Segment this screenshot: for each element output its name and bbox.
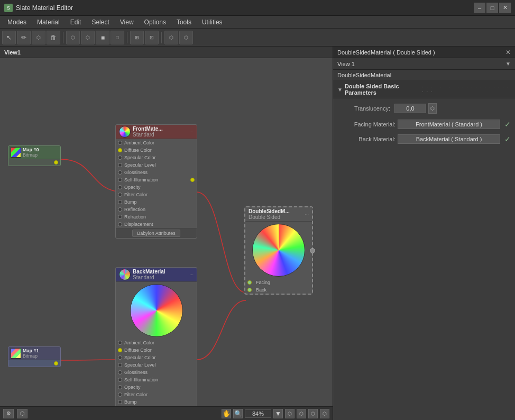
front-ambient-in <box>118 141 122 145</box>
back-material-label: Back Material: <box>337 136 396 142</box>
tool-select[interactable]: ↖ <box>2 31 16 44</box>
map1-title: Map #1 <box>23 348 39 353</box>
front-material-menu[interactable]: ··· <box>189 129 194 134</box>
panel-title: DoubleSidedMaterial ( Double Sided ) <box>337 49 435 56</box>
app-icon: S <box>4 4 13 12</box>
title-bar-left: S Slate Material Editor <box>4 4 73 12</box>
map1-output <box>8 360 60 367</box>
back-glossiness-socket: Glossiness <box>116 369 197 376</box>
back-specular-in <box>118 355 122 360</box>
menu-options[interactable]: Options <box>139 17 171 27</box>
section-header[interactable]: ▼ Double Sided Basic Parameters · · · · … <box>333 81 515 98</box>
panel-body: Translucency: 0,0 ⬡ Facing Material: Fro… <box>333 98 515 152</box>
front-bump-socket: Bump <box>116 198 197 206</box>
back-filter-socket: Filter Color <box>116 391 197 398</box>
tool-b6[interactable]: ⊡ <box>145 31 159 44</box>
panel-close-btn[interactable]: ✕ <box>505 49 511 56</box>
map1-node[interactable]: Map #1 Bitmap <box>8 346 61 367</box>
front-selfillum-socket: Self-Illumination <box>116 176 197 184</box>
doublesided-sphere <box>252 224 305 277</box>
frame-btn[interactable]: ⬡ <box>297 409 306 418</box>
back-material-title: BackMaterial <box>133 269 165 275</box>
front-filter-in <box>118 193 122 197</box>
doublesided-node[interactable]: DoubleSidedM... Double Sided ··· Facing … <box>244 206 313 295</box>
tool-b7[interactable]: ⬡ <box>164 31 178 44</box>
back-material-field[interactable]: BackMaterial ( Standard ) <box>398 134 500 144</box>
translucency-spinner[interactable]: ⬡ <box>428 103 437 114</box>
doublesided-title: DoubleSidedM... <box>249 208 290 214</box>
view-tab: View1 <box>0 47 333 58</box>
back-filter-in <box>118 392 122 397</box>
front-opacity-in <box>118 185 122 189</box>
status-bar: ⚙ ⬡ 🖐 🔍 84% ▼ ⬡ ⬡ ⬡ ⬡ <box>0 406 333 420</box>
tool-b4[interactable]: □ <box>111 31 124 44</box>
tool-b8[interactable]: ⬡ <box>179 31 193 44</box>
front-selfillum-in <box>118 178 122 182</box>
back-opacity-in <box>118 385 122 389</box>
facing-material-label: Facing Material: <box>337 121 396 127</box>
front-glossiness-socket: Glossiness <box>116 169 197 176</box>
minimize-button[interactable]: – <box>474 3 485 13</box>
back-glossiness-in <box>118 370 122 375</box>
front-babylon-btn[interactable]: Babylon Attributes <box>132 230 180 237</box>
back-material-preview-icon <box>119 269 131 280</box>
toolbar-sep-2 <box>127 32 127 43</box>
hand-tool-btn[interactable]: 🖐 <box>222 409 231 418</box>
map0-node[interactable]: Map #0 Bitmap <box>8 145 61 166</box>
close-button[interactable]: ✕ <box>499 3 511 13</box>
ds-main-out <box>310 248 315 253</box>
section-title: Double Sided Basic Parameters <box>345 83 422 96</box>
front-specular-socket: Specular Color <box>116 154 197 161</box>
front-material-node[interactable]: FrontMate... Standard ··· Ambient Color … <box>115 124 197 239</box>
tool-b1[interactable]: ⬡ <box>66 31 80 44</box>
node-canvas[interactable]: Map #0 Bitmap Map #1 Bitmap <box>0 58 333 406</box>
tool-b2[interactable]: ⬡ <box>81 31 95 44</box>
menu-edit[interactable]: Edit <box>65 17 87 27</box>
tool-b3[interactable]: ◼ <box>96 31 109 44</box>
back-material-row: Back Material: BackMaterial ( Standard )… <box>337 133 511 145</box>
front-displacement-in <box>118 222 122 226</box>
zoom-dropdown-btn[interactable]: ▼ <box>273 409 283 418</box>
facing-material-check[interactable]: ✓ <box>504 120 511 129</box>
back-speclevel-in <box>118 363 122 367</box>
status-left: ⚙ ⬡ <box>3 409 27 418</box>
status-view-btn[interactable]: ⬡ <box>17 409 27 418</box>
tool-move[interactable]: ⬡ <box>32 31 45 44</box>
back-material-node[interactable]: BackMaterial Standard ··· Ambient Color … <box>115 267 197 420</box>
view-dropdown-arrow[interactable]: ▼ <box>505 61 511 67</box>
facing-material-row: Facing Material: FrontMaterial ( Standar… <box>337 118 511 130</box>
back-material-menu[interactable]: ··· <box>189 272 194 277</box>
back-speclevel-socket: Specular Level <box>116 361 197 369</box>
status-gear-btn[interactable]: ⚙ <box>3 409 14 418</box>
tool-b5[interactable]: ⊞ <box>130 31 144 44</box>
facing-material-field[interactable]: FrontMaterial ( Standard ) <box>398 120 500 129</box>
maximize-button[interactable]: □ <box>486 3 498 13</box>
back-opacity-socket: Opacity <box>116 384 197 391</box>
doublesided-menu[interactable]: ··· <box>305 212 309 217</box>
map0-subtitle: Bitmap <box>23 152 39 158</box>
nav-btn[interactable]: ⬡ <box>308 409 318 418</box>
back-material-check[interactable]: ✓ <box>504 135 511 143</box>
front-speclevel-socket: Specular Level <box>116 161 197 169</box>
front-btn-row: Babylon Attributes <box>116 228 197 238</box>
menu-modes[interactable]: Modes <box>2 17 32 27</box>
translucency-value[interactable]: 0,0 <box>394 104 426 113</box>
zoom-tool-btn[interactable]: 🔍 <box>233 409 243 418</box>
menu-material[interactable]: Material <box>32 17 65 27</box>
menu-select[interactable]: Select <box>86 17 114 27</box>
front-selfillum-out <box>190 178 195 182</box>
map0-header: Map #0 Bitmap <box>8 146 60 159</box>
front-material-subtitle: Standard <box>133 132 163 138</box>
front-opacity-socket: Opacity <box>116 184 197 191</box>
canvas-area[interactable]: View1 Map #0 Bitmap <box>0 47 333 420</box>
back-selfillum-socket: Self-Illumination <box>116 376 197 384</box>
front-filter-socket: Filter Color <box>116 191 197 198</box>
tool-delete[interactable]: 🗑 <box>47 31 60 44</box>
menu-view[interactable]: View <box>115 17 139 27</box>
right-panel: DoubleSidedMaterial ( Double Sided ) ✕ V… <box>333 47 515 420</box>
expand-btn[interactable]: ⬡ <box>320 409 329 418</box>
tool-pen[interactable]: ✏ <box>17 31 31 44</box>
fit-btn[interactable]: ⬡ <box>285 409 295 418</box>
menu-tools[interactable]: Tools <box>171 17 197 27</box>
menu-utilities[interactable]: Utilities <box>197 17 228 27</box>
